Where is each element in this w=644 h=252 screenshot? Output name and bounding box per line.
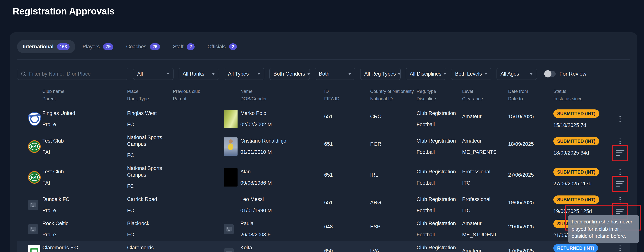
country-cell: POR [370,138,416,155]
reg-type-cell: Club RegistrationFootball [416,241,462,252]
registration-approvals-panel: International163Players79Coaches26Staff2… [10,32,637,252]
notes-icon-button[interactable] [616,181,624,187]
id-cell-line1: 651 [324,172,368,178]
status-badge: SUBMITTED (INT) [553,137,599,146]
club-cell-line2: FAI [42,180,125,186]
status-badge: RETURNED (INT) [553,244,598,252]
for-review-toggle[interactable] [544,71,556,77]
place-cell-line1: Blackrock [127,220,171,227]
date-cell: 18/09/2025 [508,138,553,155]
club-cell-line1: Test Club [42,138,125,144]
row-menu-button[interactable] [618,196,622,204]
search-input[interactable] [29,71,124,77]
tab-international[interactable]: International163 [17,40,75,53]
dropdown-value: Both Genders [274,71,305,77]
filter-dropdown-both-levels[interactable]: Both Levels [451,68,492,80]
status-cell: SUBMITTED (INT)27/06/2025 117d [553,168,610,187]
column-header-line1: Place [127,89,173,94]
club-logo-fai: FAI [28,171,41,184]
table-row[interactable]: Finglas UnitedProLeFinglas WestFCMarko P… [17,107,630,131]
filter-dropdown-all-ages[interactable]: All Ages [496,68,537,80]
table-body: Finglas UnitedProLeFinglas WestFCMarko P… [17,107,630,252]
tab-staff[interactable]: Staff2 [167,40,200,53]
level-cell-line1: Amateur [462,138,506,144]
tab-officials[interactable]: Officials2 [202,40,242,53]
dropdown-value: All [137,71,143,77]
column-header: Date fromDate to [508,89,553,101]
row-menu-button[interactable] [618,168,622,176]
filter-dropdown-all-ranks[interactable]: All Ranks [178,68,219,80]
filter-dropdown-both-genders[interactable]: Both Genders [270,68,310,80]
column-header-line2: Parent [42,96,127,101]
filter-dropdown-all[interactable]: All [133,68,174,80]
reg-type-cell-line2: Football [416,180,460,186]
dropdown-value: Both [319,71,330,77]
tab-label: International [23,44,54,50]
column-header: LevelClearance [462,89,508,101]
club-crest-logo [28,112,41,126]
tab-label: Officials [208,44,226,50]
in-status-since: 18/09/2025 34d [553,150,589,156]
date-cell-line1: 18/09/2025 [508,141,552,148]
tab-count-badge: 79 [103,43,113,50]
tab-coaches[interactable]: Coaches26 [120,40,166,53]
level-cell: ProfessionalITC [462,193,508,217]
table-row[interactable]: Rock CelticProLeBlackrockFCPaula26/08/20… [17,217,630,241]
id-cell: 651 [324,110,370,128]
club-cell-line2: ProLe [42,231,125,238]
fai-text: FAI [29,143,40,150]
reg-type-cell: Club RegistrationFootball [416,107,462,131]
table-row[interactable]: Dundalk FCProLeCarrick RoadFCLeo Messi01… [17,193,630,217]
dropdown-value: All Types [228,71,249,77]
reg-type-cell-line1: Club Registration [416,138,460,144]
row-actions [610,193,630,217]
toggle-knob [544,70,552,77]
page-title: Registration Approvals [12,6,114,17]
reg-type-cell-line2: Football [416,149,460,156]
place-cell: Carrick RoadFC [127,193,173,217]
chevron-down-icon [348,73,351,75]
row-menu-button[interactable] [618,115,622,123]
table-row[interactable]: FAITest ClubFAINational Sports CampusFCA… [17,162,630,193]
filter-dropdown-all-types[interactable]: All Types [224,68,264,80]
tab-count-badge: 2 [187,43,194,50]
place-cell-line1: National Sports Campus [127,134,171,148]
row-actions [610,162,630,193]
column-header: Reg. typeDiscipline [416,89,462,101]
in-status-since: 27/06/2025 117d [553,181,592,187]
row-menu-button[interactable] [618,137,622,145]
filter-dropdown-both[interactable]: Both [315,68,355,80]
notes-icon-button[interactable] [616,150,624,156]
previous-club-cell [173,248,224,252]
column-header: Country of NationalityNational ID [370,89,416,101]
date-cell: 27/06/2025 [508,169,553,186]
reg-type-cell-line1: Club Registration [416,110,460,117]
tab-count-badge: 163 [57,43,70,50]
status-badge: SUBMITTED (INT) [553,195,599,204]
id-cell-line1: 650 [324,248,368,252]
club-cell: Claremorris F.CProCo [42,241,127,252]
filter-dropdown-all-disciplines[interactable]: All Disciplines [406,68,446,80]
row-actions [610,241,630,252]
status-cell: SUBMITTED (INT)18/09/2025 34d [553,137,610,156]
image-placeholder-icon [28,200,38,210]
search-box[interactable] [17,68,128,80]
tab-players[interactable]: Players79 [77,40,119,53]
filter-dropdown-all-reg-types[interactable]: All Reg Types [360,68,400,80]
table-row[interactable]: Claremorris F.CProCoClaremorrisFCKeita19… [17,241,630,252]
place-cell: National Sports CampusFC [127,131,173,162]
table-row[interactable]: FAITest ClubFAINational Sports CampusFCC… [17,131,630,162]
country-cell-line1: LVA [370,248,415,252]
row-menu-button[interactable] [618,244,622,252]
date-cell-line1: 19/06/2025 [508,199,552,206]
club-logo-cell [28,112,42,126]
place-cell-line1: National Sports Campus [127,165,171,178]
notes-icon-button[interactable] [616,209,624,214]
level-cell: Amateur [462,110,508,128]
club-logo-cell: FAI [28,140,42,153]
column-header-line1: Reg. type [416,89,462,94]
country-cell-line1: ESP [370,223,415,230]
column-header: Previous clubParent [173,89,224,101]
country-cell-line1: IRL [370,172,415,178]
date-cell: 19/06/2025 [508,196,553,214]
